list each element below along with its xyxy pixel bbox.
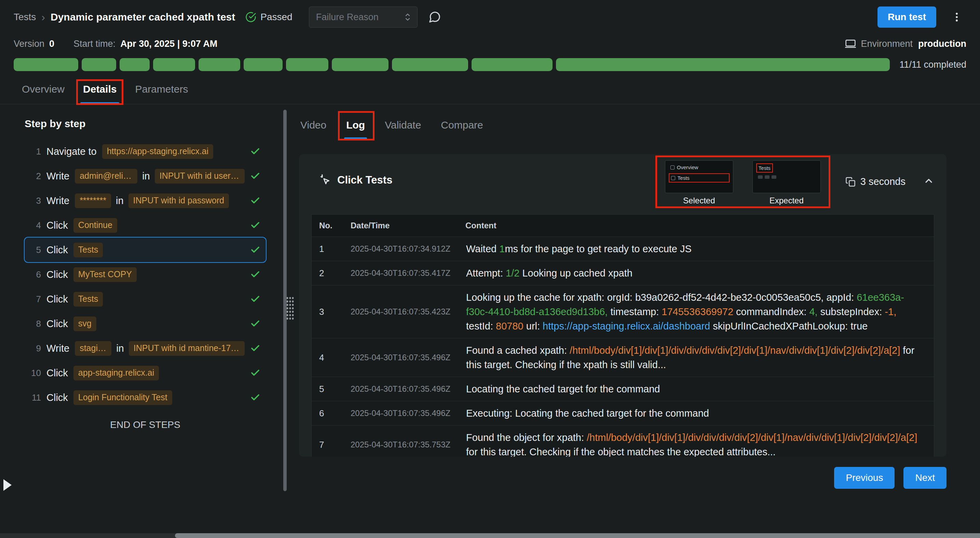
col-content: Content [458,215,934,237]
tab-validate-label: Validate [385,119,421,131]
progress-segment [119,58,150,71]
log-row-content: Waited 1ms for the page to get ready to … [458,237,934,261]
step-row[interactable]: 8 Click svg [25,311,266,336]
step-target-chip: Tests [73,292,103,307]
step-row[interactable]: 10 Click app-staging.relicx.ai [25,361,266,385]
progress-segment [286,58,328,71]
step-chips: svg [73,317,96,331]
tab-overview[interactable]: Overview [21,83,66,104]
page-title: Dynamic parameter cached xpath test [51,11,235,23]
tab-validate[interactable]: Validate [383,119,422,139]
step-row[interactable]: 5 Click Tests [25,237,266,262]
step-row[interactable]: 11 Click Login Functionality Test [25,385,266,410]
step-action: Click [46,244,68,256]
step-row[interactable]: 9 Write staginginINPUT with id mantine-1… [25,336,266,361]
pager: Previous Next [299,467,947,489]
tab-compare[interactable]: Compare [439,119,484,139]
chevron-up-icon [923,175,934,186]
breadcrumb-separator: › [41,11,45,24]
step-chips: Continue [73,218,117,233]
step-row[interactable]: 2 Write admin@relicx.aiinINPUT with id u… [25,164,266,188]
mini-expected-tests-highlighted: Tests [756,163,773,173]
step-row[interactable]: 1 Navigate to https://app-staging.relicx… [25,139,266,164]
step-number: 11 [29,392,41,403]
step-number: 5 [29,245,41,255]
step-number: 1 [29,146,41,157]
failure-reason-select[interactable]: Failure Reason [309,6,418,28]
log-row: 1 2025-04-30T16:07:34.912Z Waited 1ms fo… [312,237,934,261]
step-action: Click [46,392,68,403]
step-row[interactable]: 3 Write ********inINPUT with id password [25,188,266,213]
step-row[interactable]: 7 Click Tests [25,287,266,311]
step-success-check-icon [250,318,260,329]
steps-panel: Step by step 1 Navigate to https://app-s… [0,104,292,522]
expand-drawer-arrow[interactable] [3,479,12,491]
log-row-content: Found the object for xpath: /html/body/d… [458,425,934,457]
log-row-number: 1 [312,239,343,259]
log-row-number: 6 [312,403,343,423]
mouse-pointer-icon [320,174,331,186]
device-icon [845,38,856,49]
log-row: 6 2025-04-30T16:07:35.496Z Executing: Lo… [312,401,934,425]
mini-nav-overview: Overview [669,163,730,171]
col-datetime: Date/Time [343,215,458,237]
tab-details[interactable]: Details [82,83,118,104]
main-tabs: Overview Details Parameters [0,71,980,104]
mini-expected-tests-label: Tests [759,165,770,171]
more-options-button[interactable] [947,8,966,27]
log-row-number: 7 [312,435,343,455]
log-row-timestamp: 2025-04-30T16:07:35.753Z [343,435,458,454]
breadcrumb-tests[interactable]: Tests [14,12,36,22]
run-test-button[interactable]: Run test [878,6,936,28]
step-row[interactable]: 6 Click MyTest COPY [25,262,266,287]
step-target-chip: Tests [73,243,103,257]
step-success-check-icon [250,245,260,255]
selected-thumbnail[interactable]: Overview Tests Selected [665,160,733,205]
screenshot-thumbnails: Overview Tests Selected Tests [662,158,824,205]
tab-video[interactable]: Video [299,119,328,139]
panel-resize-handle[interactable] [286,296,294,320]
version-value: 0 [49,39,54,49]
tab-parameters-label: Parameters [135,83,188,95]
copy-icon[interactable] [845,177,856,187]
collapse-log-button[interactable] [923,175,934,186]
progress-segment [199,58,240,71]
log-table-body: 1 2025-04-30T16:07:34.912Z Waited 1ms fo… [312,237,934,457]
log-row-content: Executing: Locating the cached target fo… [458,401,934,425]
log-row: 3 2025-04-30T16:07:35.423Z Looking up th… [312,285,934,338]
progress-row: 11/11 completed [0,53,980,71]
tab-parameters[interactable]: Parameters [134,83,189,104]
command-title-group: Click Tests [320,174,392,186]
log-row-timestamp: 2025-04-30T16:07:35.417Z [343,264,458,283]
mini-tests-label: Tests [678,175,690,181]
step-number: 4 [29,220,41,231]
duration-group: 3 seconds [845,176,905,187]
step-connector: in [142,170,150,182]
step-success-check-icon [250,220,260,230]
step-row[interactable]: 4 Click Continue [25,213,266,237]
tab-log-label: Log [346,119,365,131]
horizontal-scrollbar[interactable] [175,533,980,538]
step-chips: https://app-staging.relicx.ai [102,144,213,159]
previous-button[interactable]: Previous [834,467,894,489]
expected-thumbnail[interactable]: Tests Expected [752,160,821,205]
comment-button[interactable] [425,8,444,27]
step-success-check-icon [250,269,260,280]
log-row: 7 2025-04-30T16:07:35.753Z Found the obj… [312,425,934,457]
tab-log[interactable]: Log [345,119,366,139]
step-action: Click [46,318,68,329]
step-target-chip: Login Functionality Test [73,390,172,405]
kebab-menu-icon [951,11,963,23]
environment-value: production [918,39,966,49]
expected-thumbnail-caption: Expected [752,196,821,205]
step-number: 9 [29,343,41,354]
log-row-number: 4 [312,348,343,368]
next-button[interactable]: Next [904,467,947,489]
step-connector: in [116,195,124,207]
duration-label: 3 seconds [861,176,905,187]
step-chips: Login Functionality Test [73,390,172,405]
step-number: 2 [29,171,41,181]
start-time-label: Start time: [73,39,116,49]
step-action: Write [46,195,69,207]
log-row: 2 2025-04-30T16:07:35.417Z Attempt: 1/2 … [312,261,934,285]
